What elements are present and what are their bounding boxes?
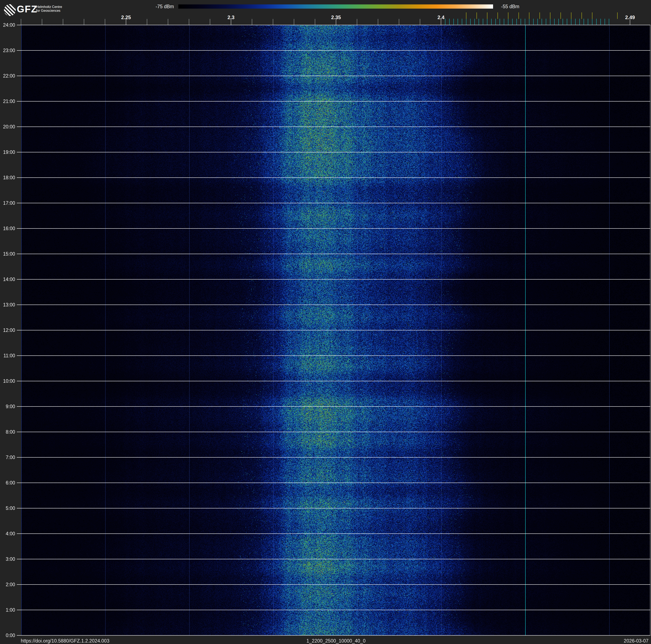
freq-minor-tick xyxy=(357,19,357,25)
ble-channel-tick xyxy=(517,19,517,25)
hour-label: 16:00 xyxy=(0,226,15,231)
ble-channel-tick xyxy=(508,19,508,25)
hour-label: 3:00 xyxy=(0,556,15,562)
ble-channel-tick xyxy=(487,19,488,25)
hour-label: 10:00 xyxy=(0,378,15,384)
date-label: 2026-03-07 xyxy=(624,638,649,644)
hour-label: 8:00 xyxy=(0,429,15,435)
ble-channel-tick xyxy=(596,19,597,25)
dataset-filename: 1_2200_2500_10000_40_0 xyxy=(0,638,651,644)
hour-label: 6:00 xyxy=(0,480,15,486)
spectrogram-page: GFZ Helmholtz Centre for Geosciences -75… xyxy=(0,0,651,644)
hour-label: 1:00 xyxy=(0,607,15,613)
freq-minor-tick xyxy=(273,19,273,25)
wifi-channel-tick xyxy=(592,12,592,19)
hour-label: 12:00 xyxy=(0,327,15,333)
ble-channel-tick xyxy=(462,19,462,25)
ble-channel-tick xyxy=(491,19,492,25)
hour-label: 20:00 xyxy=(0,124,15,129)
hour-label: 23:00 xyxy=(0,48,15,53)
freq-major-label: 2.25 xyxy=(114,15,138,20)
freq-minor-tick xyxy=(21,19,21,25)
freq-major-label: 2.49 xyxy=(617,15,643,20)
freq-minor-tick xyxy=(252,19,252,25)
ble-channel-tick xyxy=(525,19,525,25)
ble-channel-tick xyxy=(575,19,576,25)
hour-label: 0:00 xyxy=(0,633,15,638)
hour-label: 5:00 xyxy=(0,505,15,511)
ble-channel-tick xyxy=(584,19,584,25)
wifi-channel-tick xyxy=(466,12,466,19)
ble-channel-tick xyxy=(500,19,500,25)
wifi-channel-tick xyxy=(582,12,582,19)
wifi-channel-tick xyxy=(560,12,561,19)
ble-channel-tick xyxy=(550,19,550,25)
ble-channel-tick xyxy=(567,19,567,25)
freq-minor-tick xyxy=(294,19,294,25)
ble-channel-tick xyxy=(558,19,559,25)
freq-minor-tick xyxy=(84,19,84,25)
wifi-channel-tick xyxy=(571,12,571,19)
hour-label: 4:00 xyxy=(0,531,15,536)
ble-channel-tick xyxy=(537,19,538,25)
ble-channel-tick xyxy=(470,19,471,25)
freq-minor-tick xyxy=(189,19,189,25)
freq-major-label: 2.35 xyxy=(323,15,349,20)
ble-channel-tick xyxy=(579,19,580,25)
hour-label: 14:00 xyxy=(0,276,15,282)
hour-label: 9:00 xyxy=(0,404,15,409)
freq-minor-tick xyxy=(147,19,147,25)
wifi-channel-tick xyxy=(487,12,488,19)
freq-minor-tick xyxy=(420,19,420,25)
ble-channel-tick xyxy=(495,19,496,25)
ble-channel-tick xyxy=(512,19,513,25)
freq-minor-tick xyxy=(378,19,378,25)
ble-channel-tick xyxy=(546,19,546,25)
hour-label: 2:00 xyxy=(0,582,15,587)
ble-channel-tick xyxy=(458,19,458,25)
hour-label: 19:00 xyxy=(0,149,15,155)
freq-minor-tick xyxy=(168,19,168,25)
hour-label: 13:00 xyxy=(0,302,15,308)
hour-label: 15:00 xyxy=(0,251,15,257)
ble-channel-tick xyxy=(592,19,592,25)
wifi-channel-tick xyxy=(476,12,477,19)
ble-channel-tick xyxy=(521,19,521,25)
ble-channel-tick xyxy=(609,19,609,25)
freq-minor-tick xyxy=(399,19,399,25)
ble-channel-tick xyxy=(474,19,475,25)
freq-minor-tick xyxy=(210,19,210,25)
ble-channel-tick xyxy=(571,19,571,25)
ble-channel-tick xyxy=(600,19,601,25)
wifi-channel-tick xyxy=(550,12,550,19)
freq-major-label: 2.3 xyxy=(218,15,244,20)
hour-label: 7:00 xyxy=(0,455,15,460)
spectrogram-canvas xyxy=(21,25,650,635)
ble-channel-tick xyxy=(483,19,483,25)
hour-label: 11:00 xyxy=(0,353,15,358)
ble-channel-tick xyxy=(533,19,534,25)
plot-right-border xyxy=(650,25,650,636)
ble-channel-tick xyxy=(588,19,588,25)
ble-channel-tick xyxy=(466,19,466,25)
freq-minor-tick xyxy=(315,19,315,25)
hour-label: 21:00 xyxy=(0,98,15,104)
freq-minor-tick xyxy=(105,19,105,25)
ble-channel-tick xyxy=(478,19,479,25)
frequency-axis: 2.252.32.352.42.49 xyxy=(0,0,651,25)
wifi-channel-tick xyxy=(508,12,508,19)
ble-channel-tick xyxy=(529,19,529,25)
freq-minor-tick xyxy=(63,19,63,25)
ble-channel-tick xyxy=(541,19,542,25)
ble-channel-tick xyxy=(504,19,504,25)
hour-label: 18:00 xyxy=(0,175,15,180)
ble-channel-tick xyxy=(563,19,563,25)
wifi-channel-tick xyxy=(519,12,519,19)
wifi-channel-tick xyxy=(497,12,498,19)
wifi-channel-tick xyxy=(539,12,540,19)
wifi-channel-tick xyxy=(529,12,529,19)
ble-channel-tick xyxy=(604,19,605,25)
freq-major-label: 2.4 xyxy=(428,15,454,20)
freq-minor-tick xyxy=(42,19,42,25)
hour-label: 22:00 xyxy=(0,73,15,79)
